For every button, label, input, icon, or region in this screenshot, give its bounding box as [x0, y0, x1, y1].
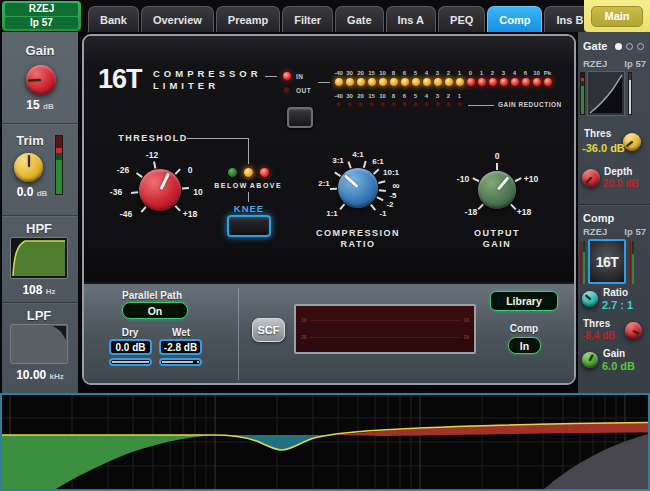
hpf-graph[interactable] — [10, 237, 68, 279]
meter-scale-label: 1 — [458, 70, 461, 76]
output-tick-label: 0 — [495, 151, 500, 161]
display-line — [309, 337, 461, 338]
meter-led — [401, 78, 409, 86]
comp-thres-knob[interactable] — [625, 322, 642, 339]
meter-scale-label: 4 — [513, 70, 516, 76]
dry-value-box[interactable]: 0.0 dB — [109, 339, 152, 355]
wet-slider[interactable] — [159, 358, 202, 366]
lpf-graph[interactable] — [10, 324, 68, 364]
threshold-tick-label: -12 — [146, 150, 158, 160]
threshold-knob[interactable] — [139, 169, 181, 211]
meter-mode-button[interactable] — [287, 107, 313, 128]
ratio-tick-label: 6:1 — [372, 157, 384, 166]
dry-slider[interactable] — [109, 358, 152, 366]
divider — [2, 215, 78, 216]
gain-knob[interactable] — [26, 65, 56, 95]
gate-page-dot-3[interactable] — [637, 43, 644, 50]
comp-plugin-thumbnail[interactable]: 16T — [588, 239, 626, 284]
meter-segment: 3 — [432, 70, 443, 86]
meter-led — [456, 78, 464, 86]
plugin-title-line1: COMPRESSOR — [153, 69, 262, 79]
lpf-value: 10.00 kHz — [16, 368, 64, 382]
tab[interactable]: Comp — [487, 6, 542, 32]
meter-scale-label: 0 — [469, 70, 472, 76]
meter-led — [390, 78, 398, 86]
divider — [238, 288, 239, 380]
hpf-label: HPF — [26, 221, 52, 236]
ratio-tick-label: 10:1 — [383, 168, 399, 177]
wet-label: Wet — [172, 327, 190, 338]
gate-depth-knob[interactable] — [582, 169, 600, 187]
channel-select-button[interactable]: RZEJ Ip 57 — [2, 1, 81, 31]
meter-segment: 2 — [487, 70, 498, 86]
gate-page-dot-1[interactable] — [615, 43, 622, 50]
meter-led — [368, 78, 376, 86]
ratio-tick-label: ∞ — [392, 180, 399, 191]
gate-graph[interactable] — [587, 71, 625, 116]
knee-button[interactable] — [227, 215, 271, 237]
tab[interactable]: Preamp — [216, 6, 280, 32]
meter-scale-label: 3 — [436, 70, 439, 76]
gate-channel: RZEJ — [583, 58, 607, 69]
trim-meter — [55, 135, 63, 195]
meter-segment: 15 — [366, 93, 377, 107]
comp-ratio-knob[interactable] — [582, 291, 598, 307]
comp-meter-bar — [629, 241, 631, 284]
meter-scale-label: 6 — [403, 93, 406, 99]
tab-label: Comp — [499, 14, 530, 26]
comp-in-button[interactable]: In — [508, 337, 541, 354]
tab[interactable]: Ins A — [386, 6, 437, 32]
out-led — [283, 86, 291, 94]
frequency-response-panel[interactable] — [0, 393, 650, 491]
tab[interactable]: PEQ — [438, 6, 485, 32]
gate-depth-value: 20.0 dB — [603, 178, 639, 189]
meter-scale-label: 1 — [458, 93, 461, 99]
parallel-path-on-button[interactable]: On — [122, 302, 188, 319]
ratio-knob[interactable] — [338, 168, 378, 208]
meter-scale-label: 8 — [392, 93, 395, 99]
meter-led — [467, 78, 475, 86]
meter-scale-label: 10 — [379, 70, 386, 76]
output-tick-label: -10 — [457, 174, 469, 184]
left-sidebar: Gain 15 dB Trim 0.0 dB HPF 108 Hz LPF 10 — [2, 32, 78, 393]
ratio-tick-label: 4:1 — [352, 150, 364, 159]
tab[interactable]: Gate — [335, 6, 383, 32]
meter-segment: 6 — [399, 70, 410, 86]
trim-knob[interactable] — [14, 153, 43, 182]
tab-label: Overview — [153, 14, 202, 26]
display-line — [309, 320, 461, 321]
meter-segment: 3 — [498, 70, 509, 86]
tab[interactable]: Overview — [141, 6, 214, 32]
comp-gain-knob[interactable] — [582, 352, 598, 368]
gain-label: Gain — [26, 43, 55, 58]
threshold-tick-label: -36 — [110, 187, 122, 197]
meter-scale-label: 30 — [346, 93, 353, 99]
out-led-label: OUT — [296, 87, 311, 94]
in-led-label: IN — [296, 73, 304, 80]
above-led — [260, 168, 269, 177]
gate-thres-value: -36.0 dB — [582, 142, 625, 154]
output-tick-label: -18 — [465, 207, 477, 217]
wet-value-box[interactable]: -2.8 dB — [159, 339, 202, 355]
meter-led — [358, 101, 364, 107]
ratio-tick-label: -2 — [386, 200, 393, 209]
tab-label: Ins B — [556, 14, 583, 26]
main-mix-button[interactable]: Main — [591, 6, 643, 27]
channel-name: RZEJ — [5, 3, 78, 16]
output-gain-knob[interactable] — [478, 171, 516, 209]
threshold-bracket-line — [248, 138, 249, 164]
scf-button[interactable]: SCF — [252, 318, 285, 342]
tab[interactable]: Filter — [282, 6, 333, 32]
ratio-caption-line1: COMPRESSION — [316, 228, 400, 238]
meter-scale-label: 8 — [392, 70, 395, 76]
trim-value: 0.0 dB — [17, 185, 48, 199]
gate-thres-knob[interactable] — [623, 133, 641, 151]
display-scale-mark: 10 — [463, 318, 469, 323]
tab[interactable]: Bank — [88, 6, 139, 32]
gate-page-dot-2[interactable] — [626, 43, 633, 50]
meter-scale-label: 2 — [447, 70, 450, 76]
meter-led — [533, 78, 541, 86]
meter-led — [445, 78, 453, 86]
meter-segment: 10 — [531, 70, 542, 86]
library-button[interactable]: Library — [490, 291, 558, 311]
